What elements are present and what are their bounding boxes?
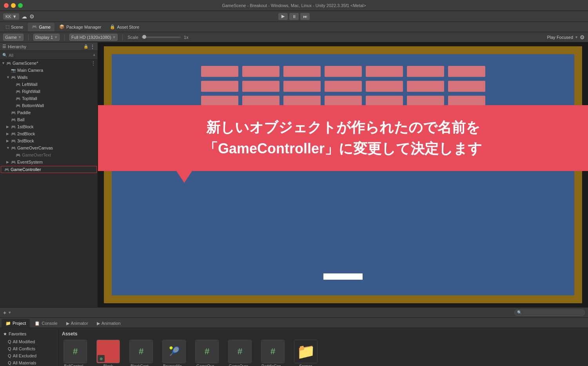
scale-slider[interactable] <box>142 36 181 38</box>
bottomwall-label: BottomWall <box>22 103 44 108</box>
hierarchy-lock-icon[interactable]: 🔒 <box>83 44 88 49</box>
pause-button[interactable]: ⏸ <box>289 13 299 20</box>
resolution-chevron: ▼ <box>113 35 116 39</box>
hierarchy-item-ball[interactable]: 🎮 Ball <box>0 116 98 123</box>
walls-label: Walls <box>17 75 27 80</box>
all-materials-label: All Materials <box>13 361 36 365</box>
asset-scenes-folder[interactable]: 📁 Scenes <box>292 340 319 366</box>
favorites-header[interactable]: ★ Favorites <box>0 330 58 338</box>
sidebar-item-all-excluded[interactable]: Q All Excluded <box>0 352 58 359</box>
hierarchy-item-gamescene[interactable]: ▼ 🎮 GameScene* ⋮ <box>0 60 98 67</box>
asset-ballcontrol[interactable]: # BallControl... <box>62 340 89 366</box>
gameover2-icon: # <box>228 340 252 363</box>
hierarchy-search-bar: 🔍 All + <box>0 51 98 60</box>
tab-console[interactable]: 📋 Console <box>31 319 61 328</box>
tab-bar: ⬚ Scene 🎮 Game 📦 Package Manager 🔒 Asset… <box>0 22 588 32</box>
brick-row-1 <box>112 66 574 77</box>
2ndblock-arrow: ▶ <box>6 132 11 136</box>
hierarchy-item-gameovercanvas[interactable]: ▼ 🎮 GameOverCanvas <box>0 144 98 151</box>
hierarchy-item-paddle[interactable]: 🎮 Paddle <box>0 109 98 116</box>
unity-logo-area: KK ▼ ☁ ⚙ <box>3 13 34 20</box>
brick <box>325 66 362 77</box>
search-area: 🔍 <box>514 310 585 316</box>
maximize-button[interactable] <box>18 3 23 8</box>
hierarchy-item-rightwall[interactable]: 🎮 RightWall <box>0 88 98 95</box>
brick <box>242 81 279 92</box>
window-title: GameScene - Breakout - Windows, Mac, Lin… <box>222 3 366 8</box>
tab-asset-store[interactable]: 🔒 Asset Store <box>106 23 143 31</box>
tab-project[interactable]: 📁 Project <box>2 319 30 328</box>
asset-gameove1[interactable]: # GameOve... <box>194 340 220 366</box>
game-dropdown[interactable]: Game ▼ <box>3 34 24 41</box>
rightwall-icon: 🎮 <box>16 89 21 94</box>
callout-pointer <box>176 171 192 183</box>
asset-block[interactable]: ⊕ Block <box>95 340 122 366</box>
traffic-lights[interactable] <box>4 3 23 8</box>
tab-scene[interactable]: ⬚ Scene <box>2 23 27 31</box>
add-asset-button[interactable]: + <box>3 310 6 316</box>
add-asset-chevron[interactable]: ▼ <box>8 311 11 315</box>
hierarchy-item-2ndblock[interactable]: ▶ 🎮 2ndBlock <box>0 130 98 137</box>
brick <box>242 66 279 77</box>
paddle-label: Paddle <box>17 110 31 115</box>
paddlecon-label: PaddleCon... <box>261 364 284 366</box>
hierarchy-item-gameovertext[interactable]: 🎮 GameOverText <box>0 151 98 158</box>
tab-game[interactable]: 🎮 Game <box>28 23 54 31</box>
game-label: Game <box>5 35 17 40</box>
gamescene-arrow: ▼ <box>2 61 6 65</box>
hierarchy-menu-icon[interactable]: ☰ <box>2 44 6 49</box>
hierarchy-item-eventsystem[interactable]: ▶ 🎮 EventSystem <box>0 158 98 166</box>
step-button[interactable]: ⏭ <box>300 13 310 20</box>
sidebar-item-all-modified[interactable]: Q All Modified <box>0 338 58 345</box>
script-hash-icon4: # <box>238 346 242 357</box>
tab-package-manager[interactable]: 📦 Package Manager <box>55 23 105 31</box>
gamecontroller-name-input[interactable] <box>11 167 58 172</box>
callout-overlay: 新しいオブジェクトが作られたので名前を 「GameController」に変更し… <box>98 105 588 171</box>
minimize-button[interactable] <box>11 3 16 8</box>
resolution-dropdown[interactable]: Full HD (1920x1080) ▼ <box>69 34 118 41</box>
asset-bouncema[interactable]: 🎾 BounceMe... <box>161 340 187 366</box>
bottomwall-icon: 🎮 <box>16 104 21 108</box>
leftwall-icon: 🎮 <box>16 82 21 87</box>
close-button[interactable] <box>4 3 9 8</box>
asset-paddlecon[interactable]: # PaddleCon... <box>260 340 286 366</box>
ballcontrol-icon: # <box>64 340 87 363</box>
hierarchy-item-maincamera[interactable]: 📷 Main Camera <box>0 67 98 74</box>
hierarchy-item-3rdblock[interactable]: ▶ 🎮 3rdBlock <box>0 137 98 144</box>
gamescene-dots[interactable]: ⋮ <box>91 60 96 66</box>
assets-header: Assets <box>62 331 585 337</box>
scale-label: Scale <box>127 35 138 40</box>
kk-label[interactable]: KK ▼ <box>3 13 19 20</box>
cloud-icon[interactable]: ☁ <box>22 13 27 20</box>
settings-icon[interactable]: ⚙ <box>29 13 34 20</box>
gameover2-label: GameOver... <box>229 364 251 366</box>
asset-search-box[interactable]: 🔍 <box>514 310 585 316</box>
tab-animator[interactable]: ▶ Animator <box>62 319 92 328</box>
all-materials-icon: Q <box>8 361 11 365</box>
sidebar-item-all-conflicts[interactable]: Q All Conflicts <box>0 345 58 352</box>
hierarchy-item-walls[interactable]: ▼ 🎮 Walls <box>0 74 98 81</box>
brick <box>283 66 321 77</box>
hierarchy-item-bottomwall[interactable]: 🎮 BottomWall <box>0 102 98 109</box>
gizmos-icon[interactable]: ⚙ <box>580 34 585 40</box>
project-sidebar: ★ Favorites Q All Modified Q All Conflic… <box>0 328 59 366</box>
tab-animation[interactable]: ▶ Animation <box>93 319 125 328</box>
play-button[interactable]: ▶ <box>278 13 288 20</box>
hierarchy-more-icon[interactable]: ⋮ <box>90 44 95 50</box>
hierarchy-item-topwall[interactable]: 🎮 TopWall <box>0 95 98 102</box>
asset-blockcont[interactable]: # BlockCont... <box>128 340 154 366</box>
ball-asset-icon: 🎾 <box>169 346 180 357</box>
hierarchy-add-icon[interactable]: + <box>93 53 95 57</box>
toolbar-separator-2 <box>64 34 65 40</box>
sidebar-item-all-materials[interactable]: Q All Materials <box>0 359 58 366</box>
1stblock-arrow: ▶ <box>6 125 11 129</box>
display-dropdown[interactable]: Display 1 ▼ <box>33 34 60 41</box>
play-controls: ▶ ⏸ ⏭ <box>278 13 310 20</box>
scenes-folder-icon: 📁 <box>294 340 318 363</box>
animator-tab-label: Animator <box>71 321 88 326</box>
hierarchy-item-1stblock[interactable]: ▶ 🎮 1stBlock <box>0 123 98 130</box>
hierarchy-item-gamecontroller[interactable]: 🎮 <box>1 166 97 173</box>
asset-gameover2[interactable]: # GameOver... <box>227 340 253 366</box>
hierarchy-item-leftwall[interactable]: 🎮 LeftWall <box>0 81 98 88</box>
play-focused-chevron[interactable]: ▼ <box>575 35 578 39</box>
